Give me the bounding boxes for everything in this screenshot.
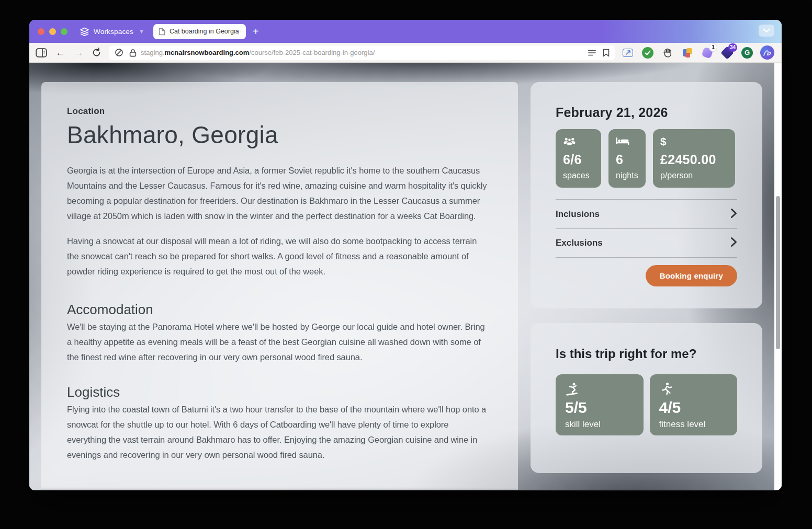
price-label: p/person bbox=[660, 171, 728, 180]
window-controls bbox=[38, 28, 67, 35]
grammarly-icon[interactable]: G bbox=[741, 47, 753, 59]
tab-strip: Workspaces ▼ Cat boarding in Georgia – + bbox=[29, 20, 782, 43]
indigo-extension-icon[interactable]: 34 bbox=[721, 47, 734, 59]
extensions-row: 1 34 G bbox=[622, 47, 773, 59]
chevron-right-icon bbox=[730, 237, 737, 249]
extension-badge: 1 bbox=[709, 43, 717, 52]
url-domain: mcnairsnowboarding.com bbox=[165, 49, 250, 56]
inclusions-row[interactable]: Inclusions bbox=[556, 199, 737, 228]
minimize-window-button[interactable] bbox=[49, 28, 56, 35]
extension-badge: 34 bbox=[728, 43, 737, 52]
course-description-panel: Location Bakhmaro, Georgia Georgia is at… bbox=[41, 82, 518, 490]
browser-window: Workspaces ▼ Cat boarding in Georgia – +… bbox=[29, 20, 782, 490]
inclusions-label: Inclusions bbox=[556, 209, 600, 220]
fitness-level-label: fitness level bbox=[659, 419, 728, 430]
nights-label: nights bbox=[616, 171, 638, 180]
intro-paragraph: Georgia is at the intersection of Europe… bbox=[67, 163, 489, 224]
accommodation-paragraph: We'll be staying at the Panorama Hotel w… bbox=[67, 319, 489, 365]
hand-extension-icon[interactable] bbox=[661, 47, 674, 59]
url-path: /course/feb-2025-cat-boarding-in-georgia… bbox=[249, 49, 375, 56]
desktop: Workspaces ▼ Cat boarding in Georgia – +… bbox=[0, 0, 812, 529]
logistics-paragraph: Flying into the coastal town of Batumi i… bbox=[67, 402, 489, 463]
fitness-level-card: 4/5 fitness level bbox=[650, 374, 738, 435]
reader-view-icon[interactable] bbox=[588, 50, 596, 56]
nights-value: 6 bbox=[616, 152, 638, 167]
skill-level-label: skill level bbox=[565, 419, 634, 430]
reload-button[interactable] bbox=[92, 48, 102, 58]
workspaces-label: Workspaces bbox=[94, 28, 133, 36]
spaces-label: spaces bbox=[563, 171, 594, 180]
profile-avatar[interactable] bbox=[761, 47, 773, 59]
people-icon bbox=[563, 136, 594, 148]
spaces-value: 6/6 bbox=[563, 152, 594, 167]
logistics-heading: Logistics bbox=[67, 384, 489, 400]
tab-cat-boarding[interactable]: Cat boarding in Georgia – bbox=[153, 24, 246, 39]
skill-level-value: 5/5 bbox=[565, 399, 634, 417]
workspaces-menu[interactable]: Workspaces ▼ bbox=[80, 27, 144, 36]
scrollbar-thumb[interactable] bbox=[776, 196, 780, 349]
trip-fit-heading: Is this trip right for me? bbox=[556, 347, 737, 361]
scrollbar-track[interactable] bbox=[774, 63, 782, 490]
spaces-card: 6/6 spaces bbox=[556, 129, 601, 188]
intro-paragraph: Having a snowcat at our disposal will me… bbox=[67, 234, 489, 279]
back-button[interactable]: ← bbox=[55, 47, 65, 59]
trip-stats: 6/6 spaces 6 nights $ £2450.00 p/person bbox=[556, 129, 737, 188]
page-viewport: Location Bakhmaro, Georgia Georgia is at… bbox=[29, 63, 782, 490]
runner-icon bbox=[659, 382, 728, 397]
trip-fit-panel: Is this trip right for me? 5/5 skill lev… bbox=[531, 323, 762, 473]
lock-icon[interactable] bbox=[129, 49, 137, 57]
browser-toolbar: ← → staging.mcnairsnowboarding.com/cours… bbox=[29, 43, 782, 63]
trip-date: February 21, 2026 bbox=[556, 105, 737, 120]
exclusions-label: Exclusions bbox=[556, 238, 603, 248]
layers-icon bbox=[80, 27, 89, 36]
forward-button[interactable]: → bbox=[74, 47, 84, 59]
snowboarder-icon bbox=[565, 382, 634, 397]
tab-tiling-button[interactable] bbox=[759, 25, 774, 37]
tab-title: Cat boarding in Georgia – bbox=[170, 28, 241, 35]
page-title: Bakhmaro, Georgia bbox=[67, 121, 489, 149]
skill-level-card: 5/5 skill level bbox=[556, 374, 644, 435]
nights-card: 6 nights bbox=[608, 129, 646, 188]
bookmark-icon[interactable] bbox=[603, 49, 610, 57]
price-card: $ £2450.00 p/person bbox=[653, 129, 735, 188]
address-bar[interactable]: staging.mcnairsnowboarding.com/course/fe… bbox=[109, 45, 615, 60]
sidebar-toggle-button[interactable] bbox=[36, 48, 47, 58]
shopping-extension-icon[interactable] bbox=[681, 47, 694, 59]
price-value: £2450.00 bbox=[660, 152, 728, 167]
bed-icon bbox=[616, 136, 638, 148]
location-label: Location bbox=[67, 106, 489, 117]
capture-extension-icon[interactable] bbox=[622, 47, 634, 59]
booking-enquiry-button[interactable]: Booking enquiry bbox=[646, 265, 737, 286]
close-window-button[interactable] bbox=[38, 28, 44, 35]
content-blocker-icon[interactable] bbox=[115, 48, 123, 57]
fitness-level-value: 4/5 bbox=[659, 399, 728, 417]
exclusions-row[interactable]: Exclusions bbox=[556, 228, 737, 258]
purple-extension-icon[interactable]: 1 bbox=[701, 47, 714, 59]
checkmark-extension-icon[interactable] bbox=[641, 47, 654, 59]
document-icon bbox=[159, 28, 165, 36]
chevron-right-icon bbox=[730, 208, 737, 221]
dollar-icon: $ bbox=[660, 136, 728, 148]
booking-panel: February 21, 2026 6/6 spaces 6 bbox=[531, 82, 762, 308]
chevron-down-icon: ▼ bbox=[139, 28, 144, 34]
accommodation-heading: Accomodation bbox=[67, 302, 489, 318]
details-accordion: Inclusions Exclusions bbox=[556, 199, 737, 258]
url-prefix: staging. bbox=[141, 49, 165, 56]
url-text: staging.mcnairsnowboarding.com/course/fe… bbox=[141, 49, 375, 56]
new-tab-button[interactable]: + bbox=[253, 26, 259, 38]
maximize-window-button[interactable] bbox=[61, 28, 67, 35]
